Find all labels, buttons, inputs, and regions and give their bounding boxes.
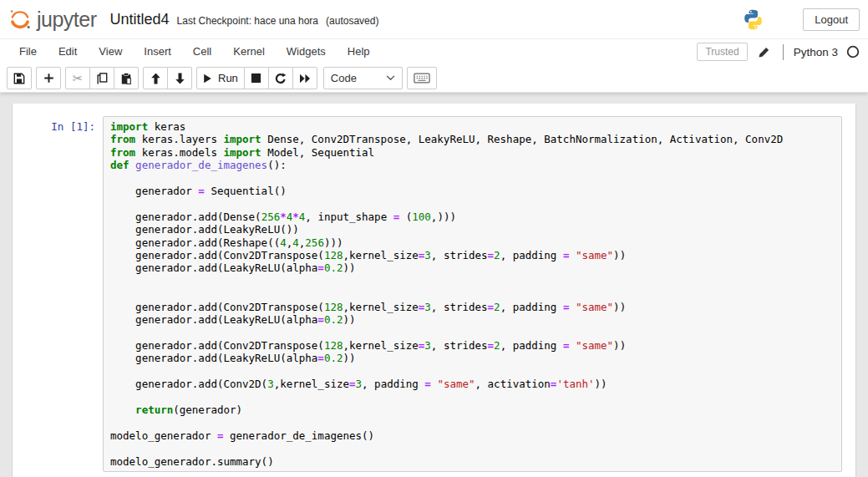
cell-type-select[interactable]: Code: [323, 67, 403, 89]
chevron-down-icon: [386, 75, 395, 81]
fast-forward-icon: [299, 74, 311, 84]
arrow-up-icon: [150, 73, 161, 84]
menu-edit[interactable]: Edit: [48, 39, 88, 64]
code-line: modelo_generador = generador_de_imagenes…: [110, 429, 835, 442]
code-line: generador.add(LeakyReLU()): [110, 223, 835, 236]
code-line: generador = Sequential(): [110, 185, 835, 197]
menu-widgets[interactable]: Widgets: [276, 39, 337, 64]
menu-view[interactable]: View: [88, 39, 133, 64]
code-line: [110, 365, 835, 378]
code-line: [110, 416, 835, 429]
code-line: modelo_generador.summary(): [110, 455, 835, 468]
run-button[interactable]: Run: [196, 67, 245, 89]
menubar-divider: [783, 44, 784, 60]
code-line: generador.add(LeakyReLU(alpha=0.2)): [110, 261, 835, 274]
code-line: [110, 275, 835, 287]
code-line: generador.add(LeakyReLU(alpha=0.2)): [110, 313, 835, 326]
logout-button[interactable]: Logout: [803, 8, 860, 31]
menu-kernel[interactable]: Kernel: [222, 39, 276, 64]
jupyter-logo-text: jupyter: [37, 8, 97, 32]
title-area: Untitled4 Last Checkpoint: hace una hora…: [110, 11, 379, 28]
kernel-name: Python 3: [794, 46, 838, 58]
code-line: [110, 391, 835, 403]
pencil-icon: [755, 46, 773, 58]
keyboard-icon: [414, 72, 430, 84]
code-editor[interactable]: import kerasfrom keras.layers import Den…: [103, 116, 842, 472]
paste-button[interactable]: [114, 67, 139, 89]
run-label: Run: [218, 72, 238, 84]
save-icon: [13, 73, 25, 84]
code-line: generador.add(Conv2D(3,kernel_size=3, pa…: [110, 378, 835, 390]
code-line: [110, 327, 835, 339]
code-line: return(generador): [110, 403, 835, 416]
code-line: import keras: [110, 120, 835, 133]
command-palette-button[interactable]: [407, 67, 437, 89]
code-line: [110, 287, 835, 300]
jupyter-logo[interactable]: jupyter: [8, 8, 97, 32]
code-line: [110, 442, 835, 454]
code-line: generador.add(Conv2DTranspose(128,kernel…: [110, 301, 835, 313]
copy-button[interactable]: [89, 67, 114, 89]
code-line: generador.add(LeakyReLU(alpha=0.2)): [110, 352, 835, 364]
header-top: jupyter Untitled4 Last Checkpoint: hace …: [0, 0, 868, 38]
code-line: [110, 197, 835, 210]
add-cell-button[interactable]: [36, 67, 61, 89]
copy-icon: [96, 73, 108, 84]
code-cell: In [1]: import kerasfrom keras.layers im…: [13, 116, 855, 472]
notebook-container: In [1]: import kerasfrom keras.layers im…: [12, 104, 856, 477]
arrow-down-icon: [175, 73, 185, 84]
save-button[interactable]: [7, 67, 32, 89]
code-line: from keras.models import Model, Sequenti…: [110, 146, 835, 159]
header: jupyter Untitled4 Last Checkpoint: hace …: [0, 0, 868, 93]
cut-icon: ✂: [73, 72, 84, 84]
input-prompt: In [1]:: [13, 116, 103, 472]
menu-insert[interactable]: Insert: [133, 39, 182, 64]
code-line: def generador_de_imagenes():: [110, 159, 835, 171]
checkpoint-text: Last Checkpoint: hace una hora: [177, 15, 318, 27]
header-right: Logout: [742, 8, 861, 31]
menubar: File Edit View Insert Cell Kernel Widget…: [0, 38, 868, 64]
move-up-button[interactable]: [143, 67, 168, 89]
menu-file[interactable]: File: [8, 39, 48, 64]
kernel-idle-icon: [846, 45, 860, 58]
restart-run-all-button[interactable]: [292, 67, 317, 89]
paste-icon: [120, 73, 132, 84]
play-icon: [203, 74, 212, 84]
interrupt-kernel-button[interactable]: [244, 67, 269, 89]
notebook-page: In [1]: import kerasfrom keras.layers im…: [0, 93, 868, 477]
code-line: from keras.layers import Dense, Conv2DTr…: [110, 133, 835, 145]
jupyter-icon: [8, 8, 32, 31]
code-line: [110, 172, 835, 185]
python-logo-icon: [742, 8, 764, 31]
restart-icon: [275, 73, 287, 84]
cell-type-value: Code: [331, 72, 357, 84]
code-line: generador.add(Conv2DTranspose(128,kernel…: [110, 339, 835, 352]
code-line: generador.add(Reshape((4,4,256))): [110, 236, 835, 249]
menubar-right: Trusted Python 3: [697, 43, 860, 61]
move-down-button[interactable]: [167, 67, 192, 89]
plus-icon: [43, 73, 54, 84]
stop-icon: [251, 73, 261, 84]
menu-help[interactable]: Help: [337, 39, 381, 64]
menu-cell[interactable]: Cell: [182, 39, 222, 64]
restart-kernel-button[interactable]: [268, 67, 293, 89]
code-line: generador.add(Dense(256*4*4, input_shape…: [110, 211, 835, 223]
toolbar: ✂: [0, 64, 868, 93]
autosaved-text: (autosaved): [326, 15, 378, 27]
notebook-title[interactable]: Untitled4: [110, 11, 170, 28]
cut-button[interactable]: ✂: [65, 67, 90, 89]
trusted-button[interactable]: Trusted: [697, 43, 747, 61]
code-line: generador.add(Conv2DTranspose(128,kernel…: [110, 249, 835, 261]
